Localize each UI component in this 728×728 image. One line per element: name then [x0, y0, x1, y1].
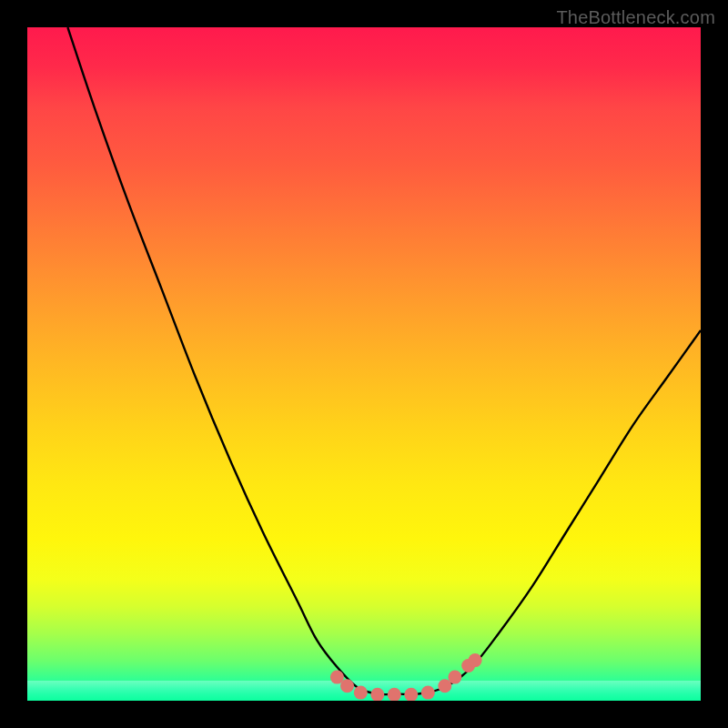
- chart-frame: TheBottleneck.com: [0, 0, 728, 728]
- curve-marker: [448, 671, 461, 684]
- attribution-text: TheBottleneck.com: [556, 7, 715, 28]
- bottleneck-curve: [67, 27, 701, 694]
- curve-marker: [421, 686, 435, 700]
- curve-marker: [388, 688, 401, 701]
- curve-marker: [340, 679, 354, 693]
- curve-marker: [354, 686, 368, 700]
- curve-markers: [330, 653, 482, 701]
- curve-marker: [469, 653, 482, 667]
- curve-overlay-svg: [27, 27, 701, 701]
- plot-area: [27, 27, 701, 701]
- curve-marker: [404, 688, 418, 701]
- curve-marker: [370, 688, 384, 701]
